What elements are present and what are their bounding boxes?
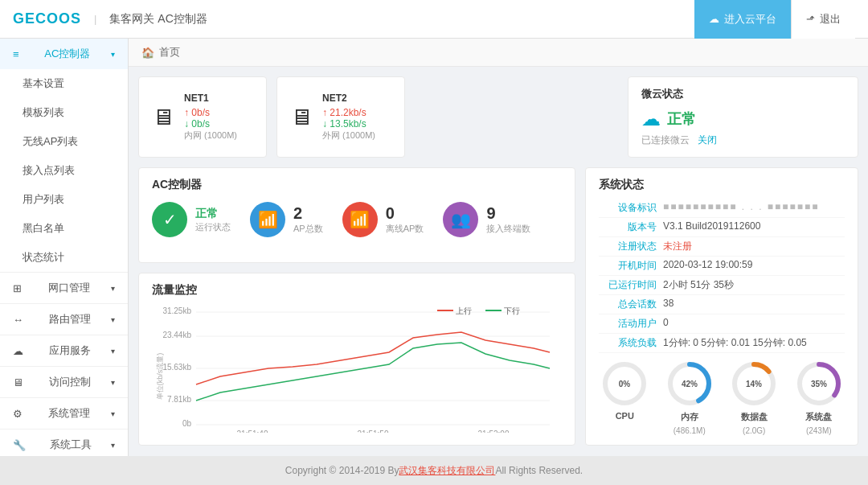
svg-text:14%: 14% <box>746 380 762 388</box>
footer-text1: Copyright © 2014-2019 By <box>285 465 399 476</box>
chevron-icon-5: ▾ <box>111 409 115 418</box>
svg-text:0%: 0% <box>619 380 631 388</box>
sidebar-section-header-5[interactable]: ⚙系统管理▾ <box>0 398 128 429</box>
sidebar-section-icon-6: 🔧 <box>13 439 26 451</box>
sys-row-6: 活动用户0 <box>599 314 845 334</box>
cloud-button[interactable]: ☁ 进入云平台 <box>694 0 791 39</box>
sidebar-section-icon-1: ⊞ <box>13 282 22 294</box>
sys-value-4: 2小时 51分 35秒 <box>663 278 845 292</box>
network-row: 🖥 NET1 ↑ 0b/s ↓ 0b/s 内网 (1000M) 🖥 NET2 <box>138 76 858 158</box>
ac-ap-total: 📶 2 AP总数 <box>250 202 323 237</box>
sidebar-section-header-4[interactable]: 🖥访问控制▾ <box>0 367 128 397</box>
cloud-connected: 已连接微云 <box>641 134 690 146</box>
exit-label: 退出 <box>820 12 841 27</box>
net1-down: ↓ 0b/s <box>184 118 237 129</box>
micro-cloud-title: 微云状态 <box>641 87 683 101</box>
chevron-icon-1: ▾ <box>111 284 115 293</box>
gauge-label-2: 数据盘 <box>741 411 768 423</box>
net2-up: ↑ 21.2kb/s <box>322 107 375 118</box>
micro-cloud-panel: 微云状态 ☁ 正常 已连接微云 关闭 <box>628 76 858 158</box>
breadcrumb-path: 首页 <box>159 45 180 60</box>
svg-text:35%: 35% <box>811 380 827 388</box>
ap-offline-info: 0 离线AP数 <box>386 204 424 235</box>
home-icon: 🏠 <box>141 47 154 59</box>
ap-offline-value: 0 <box>386 204 424 223</box>
sidebar-item-0-3[interactable]: 接入点列表 <box>0 156 128 185</box>
sidebar-section-2: ↔路由管理▾ <box>0 304 128 335</box>
sidebar-item-0-5[interactable]: 黑白名单 <box>0 214 128 243</box>
sidebar-section-icon-4: 🖥 <box>13 376 23 388</box>
micro-cloud-icon: ☁ <box>641 108 661 130</box>
sidebar-section-label-4: 访问控制 <box>49 375 91 389</box>
chevron-icon-2: ▾ <box>111 315 115 324</box>
flow-panel: 流量监控 31.25kb 23.44kb 15.63kb 7.81kb 0b <box>138 273 575 446</box>
gauge-svg-1: 42% <box>665 360 714 408</box>
ac-controller-panel: AC控制器 ✓ 正常 运行状态 📶 <box>138 167 575 263</box>
gauges-row: 0% CPU 42% 内存(486.1M) 14% 数据盘(2.0G) 35% … <box>599 360 845 435</box>
sidebar-section-header-0[interactable]: ≡AC控制器▾ <box>0 39 128 69</box>
sys-label-5: 总会话数 <box>599 298 663 311</box>
content-area: 🖥 NET1 ↑ 0b/s ↓ 0b/s 内网 (1000M) 🖥 NET2 <box>129 67 868 455</box>
gauge-svg-3: 35% <box>795 360 843 408</box>
logo-divider: | <box>94 13 96 25</box>
net2-icon: 🖥 <box>290 104 313 130</box>
main-layout: ≡AC控制器▾基本设置模板列表无线AP列表接入点列表用户列表黑白名单状态统计⊞网… <box>0 39 868 456</box>
sidebar-item-0-2[interactable]: 无线AP列表 <box>0 127 128 156</box>
ac-running: ✓ 正常 运行状态 <box>152 202 231 237</box>
breadcrumb: 🏠 首页 <box>129 39 868 67</box>
sidebar-section-label-3: 应用服务 <box>49 343 91 358</box>
svg-text:21:51:40: 21:51:40 <box>237 430 268 433</box>
footer: Copyright © 2014-2019 By 武汉集客科技有限公司 All … <box>0 456 868 485</box>
header-actions: ☁ 进入云平台 ⬏ 退出 <box>694 0 855 39</box>
gauge-svg-0: 0% <box>600 360 649 408</box>
sidebar-section-header-1[interactable]: ⊞网口管理▾ <box>0 273 128 303</box>
sys-value-0: ■■■■■■■■■■ . . . ■■■■■■■ <box>663 201 845 215</box>
sidebar-section-header-6[interactable]: 🔧系统工具▾ <box>0 430 128 456</box>
middle-row: AC控制器 ✓ 正常 运行状态 📶 <box>138 167 858 446</box>
sidebar: ≡AC控制器▾基本设置模板列表无线AP列表接入点列表用户列表黑白名单状态统计⊞网… <box>0 39 129 456</box>
ap-offline-icon: 📶 <box>342 202 378 237</box>
terminal-value: 9 <box>486 204 530 223</box>
svg-text:0b: 0b <box>182 419 192 428</box>
gauge-sub-2: (2.0G) <box>743 426 765 435</box>
svg-text:23.44kb: 23.44kb <box>162 331 191 339</box>
footer-company[interactable]: 武汉集客科技有限公司 <box>399 464 495 478</box>
sidebar-item-0-1[interactable]: 模板列表 <box>0 98 128 127</box>
flow-title: 流量监控 <box>152 283 562 298</box>
flow-chart-area: 31.25kb 23.44kb 15.63kb 7.81kb 0b <box>152 304 562 435</box>
sys-label-4: 已运行时间 <box>599 278 663 292</box>
net1-card: 🖥 NET1 ↑ 0b/s ↓ 0b/s 内网 (1000M) <box>138 76 267 158</box>
sidebar-section-label-6: 系统工具 <box>50 438 92 452</box>
sys-title: 系统状态 <box>599 178 845 192</box>
net1-info: NET1 ↑ 0b/s ↓ 0b/s 内网 (1000M) <box>184 92 237 142</box>
sys-value-7: 1分钟: 0 5分钟: 0.01 15分钟: 0.05 <box>663 336 845 350</box>
net1-up: ↑ 0b/s <box>184 107 237 118</box>
sidebar-section-header-2[interactable]: ↔路由管理▾ <box>0 304 128 335</box>
footer-text2: All Rights Reserved. <box>495 465 583 476</box>
gauge-svg-2: 14% <box>730 360 778 408</box>
cloud-close-link[interactable]: 关闭 <box>698 134 717 146</box>
running-label: 运行状态 <box>195 221 231 233</box>
ap-total-info: 2 AP总数 <box>293 204 323 235</box>
gauge-label-3: 系统盘 <box>805 411 832 423</box>
sidebar-section-header-3[interactable]: ☁应用服务▾ <box>0 335 128 366</box>
ac-stats: ✓ 正常 运行状态 📶 2 AP总数 <box>152 202 562 237</box>
chevron-icon-4: ▾ <box>111 378 115 387</box>
sidebar-item-0-6[interactable]: 状态统计 <box>0 243 128 272</box>
svg-text:15.63kb: 15.63kb <box>162 363 191 372</box>
sidebar-item-0-0[interactable]: 基本设置 <box>0 69 128 98</box>
header: GECOOS | 集客网关 AC控制器 ☁ 进入云平台 ⬏ 退出 <box>0 0 868 39</box>
gauge-label-0: CPU <box>616 411 634 421</box>
svg-text:21:51:50: 21:51:50 <box>358 430 389 433</box>
sidebar-item-0-4[interactable]: 用户列表 <box>0 185 128 214</box>
sys-label-6: 活动用户 <box>599 317 663 331</box>
cloud-sub: 已连接微云 关闭 <box>641 134 717 147</box>
sidebar-section-6: 🔧系统工具▾ <box>0 430 128 456</box>
sidebar-section-label-5: 系统管理 <box>48 406 90 421</box>
sidebar-section-label-1: 网口管理 <box>48 281 90 295</box>
exit-button[interactable]: ⬏ 退出 <box>791 0 855 39</box>
net1-name: NET1 <box>184 92 237 104</box>
sys-row-0: 设备标识■■■■■■■■■■ . . . ■■■■■■■ <box>599 199 845 218</box>
sys-label-0: 设备标识 <box>599 201 663 215</box>
svg-text:单位(kb/s流量): 单位(kb/s流量) <box>156 353 164 401</box>
